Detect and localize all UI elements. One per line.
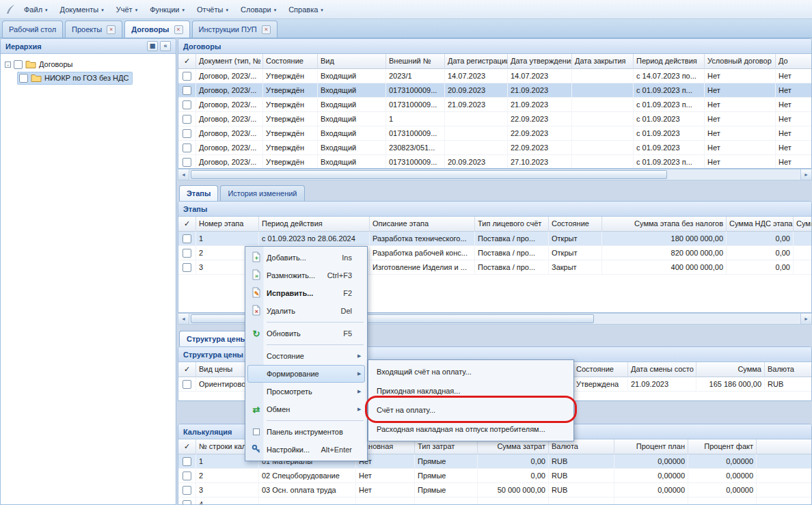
context-menu-item[interactable]: Просмотреть▶ xyxy=(247,383,365,400)
column-header[interactable]: ✓ xyxy=(178,217,196,232)
menubar-item[interactable]: Функции▾ xyxy=(144,2,191,17)
row-checkbox[interactable] xyxy=(182,115,191,124)
tree-node-niokr[interactable]: НИОКР по ГОЗ без НДС xyxy=(2,71,174,85)
tree-node-selected-highlight[interactable]: НИОКР по ГОЗ без НДС xyxy=(17,72,133,85)
row-checkbox[interactable] xyxy=(182,72,191,81)
table-row[interactable]: 202 СпецоборудованиеНетПрямые0,00RUB0,00… xyxy=(178,469,811,483)
row-checkbox[interactable] xyxy=(182,234,191,243)
tree-node-contracts[interactable]: - Договоры xyxy=(2,57,174,71)
row-checkbox[interactable] xyxy=(182,457,191,466)
column-header[interactable]: Сумма эт xyxy=(794,217,811,232)
menubar-item[interactable]: Учёт▾ xyxy=(110,2,144,17)
scroll-right-icon[interactable]: ► xyxy=(800,314,811,324)
menubar-item[interactable]: Справка▾ xyxy=(282,2,329,17)
column-header[interactable]: ✓ xyxy=(178,362,196,377)
table-row[interactable]: Договор, 2023/...УтверждёнВходящий122.09… xyxy=(178,112,811,126)
scrollbar-track[interactable] xyxy=(189,169,800,180)
column-header[interactable]: Дата смены состо xyxy=(628,362,696,377)
table-row[interactable]: 303 Осн. оплата трудаНетПрямые50 000 000… xyxy=(178,483,811,497)
table-row[interactable]: Договор, 2023/...УтверждёнВходящий017310… xyxy=(178,83,811,98)
column-header[interactable]: Период действия xyxy=(259,217,370,232)
main-tab[interactable]: Рабочий стол xyxy=(2,21,63,38)
stages-tab[interactable]: История изменений xyxy=(220,185,304,201)
submenu-item[interactable]: Счёт на оплату... xyxy=(370,400,571,420)
column-header[interactable]: Дата регистрации xyxy=(445,54,508,69)
context-menu-item[interactable]: Состояние▶ xyxy=(247,347,365,365)
tree-node-checkbox[interactable] xyxy=(19,74,28,83)
row-checkbox[interactable] xyxy=(182,249,191,258)
column-header[interactable]: Валюта xyxy=(549,439,614,454)
column-header[interactable]: Документ (тип, № xyxy=(196,54,263,69)
submenu-item[interactable]: Приходная накладная... xyxy=(370,381,571,400)
submenu-item[interactable]: Расходная накладная на отпуск потребител… xyxy=(370,420,571,439)
context-menu-item[interactable]: ✎Исправить...F2 xyxy=(247,284,365,302)
main-tab[interactable]: Инструкции ПУП× xyxy=(192,21,278,38)
price-tab[interactable]: Структура цены xyxy=(179,331,254,346)
column-header[interactable]: Состояние xyxy=(549,217,602,232)
row-checkbox[interactable] xyxy=(182,86,191,95)
column-header[interactable]: Тип затрат xyxy=(415,439,478,454)
column-header[interactable]: ✓ xyxy=(178,439,196,454)
grid-view-icon[interactable]: ▦ xyxy=(147,41,158,51)
row-checkbox[interactable] xyxy=(182,100,191,109)
column-header[interactable]: Валюта xyxy=(765,362,811,377)
collapse-panel-icon[interactable]: « xyxy=(160,41,171,51)
row-checkbox[interactable] xyxy=(182,486,191,495)
row-checkbox[interactable] xyxy=(182,158,191,167)
context-menu-item[interactable]: ↻ОбновитьF5 xyxy=(247,325,365,342)
column-header[interactable]: Внешний № xyxy=(386,54,445,69)
table-row[interactable]: Договор, 2023/...УтверждёнВходящий017310… xyxy=(178,126,811,141)
column-header[interactable]: Описание этапа xyxy=(370,217,475,232)
scroll-left-icon[interactable]: ◄ xyxy=(178,314,189,324)
submenu-item[interactable]: Входящий счёт на оплату... xyxy=(370,362,571,381)
table-row[interactable]: Договор, 2023/...УтверждёнВходящий2023/1… xyxy=(178,69,811,83)
table-row[interactable]: Договор, 2023/...УтверждёнВходящий017310… xyxy=(178,155,811,169)
column-header[interactable]: Тип лицевого счёт xyxy=(475,217,549,232)
column-header[interactable]: Условный договор xyxy=(705,54,776,69)
stages-tab[interactable]: Этапы xyxy=(179,185,218,201)
column-header[interactable]: Дата закрытия xyxy=(572,54,634,69)
column-header[interactable]: Процент факт xyxy=(688,439,757,454)
column-header[interactable]: Вид цены xyxy=(196,362,251,377)
table-row[interactable]: Договор, 2023/...УтверждёнВходящий017310… xyxy=(178,98,811,112)
column-header[interactable]: Период действия xyxy=(634,54,705,69)
main-tab[interactable]: Договоры× xyxy=(124,21,189,38)
column-header[interactable]: Дата утверждения xyxy=(508,54,572,69)
column-header[interactable]: До xyxy=(776,54,811,69)
column-header[interactable]: Сумма этапа без налогов xyxy=(602,217,727,232)
scroll-left-icon[interactable]: ◄ xyxy=(178,169,189,180)
menubar-item[interactable]: Словари▾ xyxy=(234,2,282,17)
column-header[interactable]: Вид xyxy=(318,54,386,69)
scroll-right-icon[interactable]: ► xyxy=(800,169,811,180)
row-checkbox[interactable] xyxy=(182,500,191,505)
row-checkbox[interactable] xyxy=(182,472,191,480)
tree-node-checkbox[interactable] xyxy=(14,60,23,69)
tab-close-icon[interactable]: × xyxy=(262,25,271,34)
row-checkbox[interactable] xyxy=(182,380,191,389)
context-menu-item[interactable]: »Размножить...Ctrl+F3 xyxy=(247,267,365,284)
context-menu-item[interactable]: ×УдалитьDel xyxy=(247,302,365,320)
column-header[interactable]: Сумма НДС этапа xyxy=(727,217,794,232)
tab-close-icon[interactable]: × xyxy=(174,25,183,34)
context-menu-item[interactable]: Панель инструментов xyxy=(247,423,365,441)
context-menu-item[interactable]: Формирование▶ xyxy=(247,365,365,383)
context-menu-item[interactable]: +Добавить...Ins xyxy=(247,249,365,267)
tab-close-icon[interactable]: × xyxy=(107,25,116,34)
table-row[interactable]: 4 xyxy=(178,497,811,505)
column-header[interactable]: Процент план xyxy=(614,439,688,454)
main-tab[interactable]: Проекты× xyxy=(65,21,122,38)
context-menu-item[interactable]: ⇄Обмен▶ xyxy=(247,400,365,418)
column-header[interactable]: Номер этапа xyxy=(196,217,259,232)
column-header[interactable]: ✓ xyxy=(178,54,196,69)
column-header[interactable]: Состояние xyxy=(573,362,628,377)
context-menu-item[interactable]: Настройки...Alt+Enter xyxy=(247,441,365,459)
table-row[interactable]: Договор, 2023/...УтверждёнВходящий230823… xyxy=(178,141,811,155)
contracts-horizontal-scrollbar[interactable]: ◄ ► xyxy=(178,169,812,180)
row-checkbox[interactable] xyxy=(182,144,191,152)
column-header[interactable]: Сумма xyxy=(696,362,765,377)
row-checkbox[interactable] xyxy=(182,129,191,138)
scrollbar-thumb[interactable] xyxy=(191,170,667,179)
menubar-item[interactable]: Отчёты▾ xyxy=(191,2,234,17)
row-checkbox[interactable] xyxy=(182,263,191,272)
menubar-item[interactable]: Документы▾ xyxy=(54,2,110,17)
